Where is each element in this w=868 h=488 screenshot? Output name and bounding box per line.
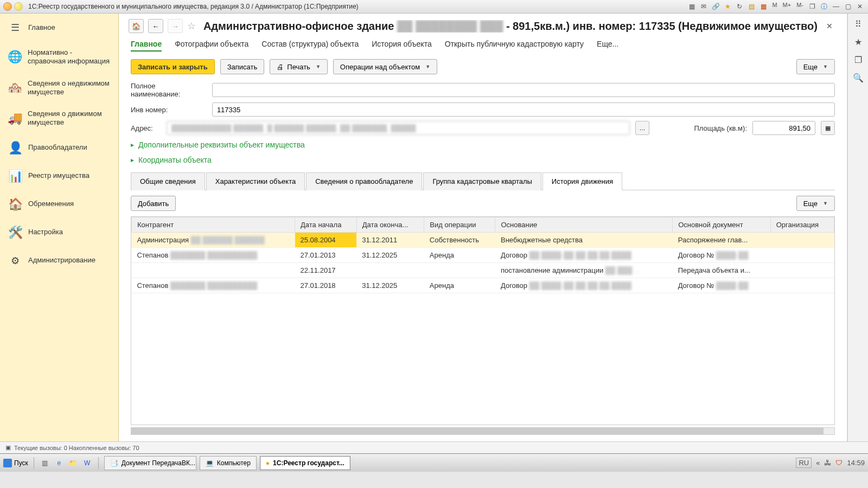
grid[interactable]: КонтрагентДата началаДата оконча...Вид о…: [131, 216, 835, 425]
sidebar-item-settings[interactable]: 🛠️ Настройка: [0, 219, 118, 247]
status-text: Текущие вызовы: 0 Накопленные вызовы: 70: [14, 445, 139, 451]
dtab-cadastre[interactable]: Группа кадастровые кварталы: [423, 172, 541, 190]
table-row[interactable]: Степанов ███████ ██████████27.01.201831.…: [131, 278, 834, 293]
sidebar-label: Настройка: [28, 228, 63, 236]
sidebar-label: Сведения о движимом имуществе: [28, 110, 111, 127]
ctab-history[interactable]: История объекта: [372, 40, 431, 52]
toolbar-icon-1[interactable]: ▦: [687, 2, 697, 11]
quick-ie-icon[interactable]: e: [54, 458, 65, 468]
sidebar: ☰ Главное 🌐 Нормативно - справочная инфо…: [0, 14, 119, 441]
sidebar-item-realestate[interactable]: 🏘️ Сведения о недвижимом имуществе: [0, 73, 118, 104]
calc-icon[interactable]: ▤: [746, 2, 756, 11]
addr-select-button[interactable]: …: [635, 121, 649, 135]
maximize-icon[interactable]: ▢: [843, 2, 853, 11]
ctab-map[interactable]: Открыть публичную кадастровую карту: [445, 40, 584, 52]
tray-shield-icon[interactable]: 🛡: [835, 459, 843, 467]
add-button[interactable]: Добавить: [131, 196, 176, 211]
dtab-movement[interactable]: История движения: [542, 172, 622, 190]
ctab-struct[interactable]: Состав (структура) объекта: [261, 40, 359, 52]
copy-icon[interactable]: ❐: [854, 55, 862, 65]
apps-icon[interactable]: ⠿: [855, 19, 861, 29]
area-input[interactable]: [752, 121, 815, 135]
write-close-button[interactable]: Записать и закрыть: [131, 59, 215, 74]
task-1c[interactable]: ●1С:Реестр государст...: [260, 456, 350, 470]
toolbar-icon-3[interactable]: 🔗: [711, 2, 720, 11]
area-calc-button[interactable]: ▦: [821, 121, 835, 135]
tray-expand-icon[interactable]: «: [816, 459, 820, 467]
back-button[interactable]: ←: [148, 19, 163, 33]
ctab-more[interactable]: Еще...: [597, 40, 618, 52]
close-form-icon[interactable]: ✕: [822, 20, 837, 33]
quick-desktop-icon[interactable]: ▥: [40, 458, 50, 468]
windows-icon[interactable]: ❐: [807, 2, 817, 11]
calendar-icon[interactable]: ▦: [758, 2, 768, 11]
table-row[interactable]: 22.11.2017постановление администрации ██…: [131, 263, 834, 278]
forward-button[interactable]: →: [168, 19, 183, 33]
ops-button[interactable]: Операции над объектом▼: [333, 59, 437, 74]
chevron-down-icon: ▼: [425, 64, 430, 69]
table-row[interactable]: Степанов ███████ ██████████27.01.201331.…: [131, 248, 834, 263]
column-header[interactable]: Основание: [495, 217, 673, 233]
home-button[interactable]: 🏠: [129, 19, 144, 33]
task-computer[interactable]: 💻Компьютер: [200, 456, 257, 470]
addr-input[interactable]: [167, 121, 630, 135]
command-tabs: Главное Фотографии объекта Состав (струк…: [119, 36, 847, 57]
sidebar-item-admin[interactable]: ⚙ Администрирование: [0, 247, 118, 275]
sidebar-item-encumb[interactable]: 🏠 Обременения: [0, 190, 118, 219]
column-header[interactable]: Дата оконча...: [356, 217, 424, 233]
quick-word-icon[interactable]: W: [82, 458, 93, 468]
column-header[interactable]: Дата начала: [295, 217, 357, 233]
table-row[interactable]: Администрация ██ ██████ ██████25.08.2004…: [131, 233, 834, 248]
write-button[interactable]: Записать: [220, 59, 265, 74]
tray-network-icon[interactable]: 🖧: [824, 459, 831, 467]
m-button[interactable]: M: [770, 2, 778, 11]
houses-icon: 🏘️: [8, 80, 22, 95]
star-icon[interactable]: ☆: [187, 20, 196, 32]
sidebar-item-movable[interactable]: 🚚 Сведения о движимом имуществе: [0, 103, 118, 134]
expander-attrs[interactable]: ▸ Дополнительные реквизиты объект имущес…: [119, 137, 847, 152]
sidebar-item-owners[interactable]: 👤 Правообладатели: [0, 134, 118, 162]
more-button[interactable]: Еще▼: [796, 59, 835, 74]
close-icon[interactable]: ✕: [855, 2, 865, 11]
expander-coords[interactable]: ▸ Координаты объекта: [119, 152, 847, 168]
full-name-input[interactable]: [212, 83, 835, 97]
sidebar-item-ref[interactable]: 🌐 Нормативно - справочная информация: [0, 42, 118, 73]
sidebar-item-main[interactable]: ☰ Главное: [0, 14, 118, 42]
favorite-icon[interactable]: ★: [723, 2, 732, 11]
column-header[interactable]: Основной документ: [673, 217, 771, 233]
info-icon[interactable]: ⓘ: [819, 2, 829, 11]
dtab-owner[interactable]: Сведения о правообладателе: [306, 172, 422, 190]
history-icon[interactable]: ↻: [735, 2, 744, 11]
m-plus-button[interactable]: M+: [781, 2, 793, 11]
column-header[interactable]: Вид операции: [424, 217, 495, 233]
task-document[interactable]: 📑Документ ПередачаВК...: [104, 456, 196, 470]
ctab-photos[interactable]: Фотографии объекта: [175, 40, 248, 52]
print-button[interactable]: 🖨Печать▼: [270, 59, 328, 74]
minimize-icon[interactable]: —: [831, 2, 841, 11]
start-button[interactable]: Пуск: [3, 459, 28, 467]
lang-indicator[interactable]: RU: [796, 458, 812, 468]
ctab-main[interactable]: Главное: [131, 40, 162, 52]
clock[interactable]: 14:59: [847, 459, 865, 467]
truck-icon: 🚚: [8, 111, 22, 126]
m-minus-button[interactable]: M-: [795, 2, 805, 11]
inv-input[interactable]: [212, 102, 835, 117]
dtab-chars[interactable]: Характеристики объекта: [206, 172, 305, 190]
horizontal-scrollbar[interactable]: [131, 427, 835, 435]
dtab-general[interactable]: Общие сведения: [131, 172, 205, 190]
grid-more-button[interactable]: Еще▼: [796, 196, 835, 211]
search-icon[interactable]: 🔍: [853, 73, 864, 83]
column-header[interactable]: Контрагент: [131, 217, 295, 233]
dropdown-icon[interactable]: [14, 2, 23, 11]
sidebar-item-registry[interactable]: 📊 Реестр имущества: [0, 162, 118, 190]
sidebar-label: Сведения о недвижимом имуществе: [28, 79, 111, 97]
toolbar-icon-2[interactable]: ✉: [699, 2, 709, 11]
sidebar-label: Главное: [28, 23, 55, 32]
quick-explorer-icon[interactable]: 📁: [68, 458, 79, 468]
addr-label: Адрес:: [131, 124, 161, 132]
sidebar-label: Правообладатели: [28, 143, 87, 152]
area-label: Площадь (кв.м):: [671, 124, 747, 132]
column-header[interactable]: Организация: [770, 217, 834, 233]
tools-icon: 🛠️: [8, 225, 23, 240]
star-icon[interactable]: ★: [854, 37, 862, 47]
